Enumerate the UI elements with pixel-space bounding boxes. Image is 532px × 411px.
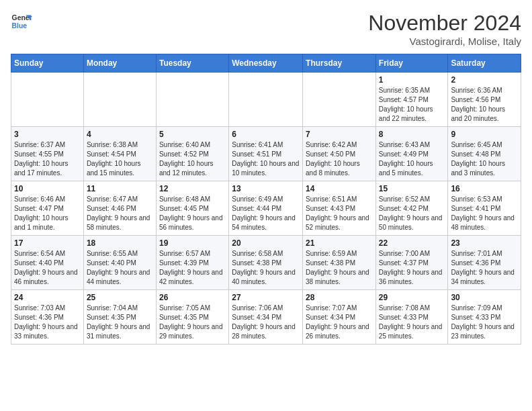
day-info: Sunrise: 7:08 AM Sunset: 4:33 PM Dayligh… [379, 304, 445, 341]
day-info: Sunrise: 6:48 AM Sunset: 4:45 PM Dayligh… [159, 195, 226, 232]
day-info: Sunrise: 6:53 AM Sunset: 4:41 PM Dayligh… [451, 195, 518, 232]
weekday-header-row: SundayMondayTuesdayWednesdayThursdayFrid… [11, 54, 521, 73]
day-number: 25 [87, 293, 153, 302]
day-number: 14 [306, 184, 373, 193]
weekday-thursday: Thursday [303, 54, 376, 73]
day-cell: 25Sunrise: 7:04 AM Sunset: 4:35 PM Dayli… [83, 290, 156, 345]
day-cell: 5Sunrise: 6:40 AM Sunset: 4:52 PM Daylig… [156, 127, 228, 181]
day-cell: 10Sunrise: 6:46 AM Sunset: 4:47 PM Dayli… [11, 181, 84, 236]
day-info: Sunrise: 6:46 AM Sunset: 4:47 PM Dayligh… [14, 195, 81, 232]
day-info: Sunrise: 6:41 AM Sunset: 4:51 PM Dayligh… [232, 140, 300, 178]
day-cell: 13Sunrise: 6:49 AM Sunset: 4:44 PM Dayli… [229, 181, 303, 236]
day-cell: 28Sunrise: 7:07 AM Sunset: 4:34 PM Dayli… [303, 290, 376, 345]
day-number: 13 [232, 184, 300, 193]
day-number: 26 [159, 293, 226, 302]
weekday-tuesday: Tuesday [156, 54, 228, 73]
day-cell: 21Sunrise: 6:59 AM Sunset: 4:38 PM Dayli… [303, 236, 376, 290]
page-header: General Blue November 2024 Vastogirardi,… [11, 11, 521, 47]
day-cell: 7Sunrise: 6:42 AM Sunset: 4:50 PM Daylig… [303, 127, 376, 181]
day-cell: 11Sunrise: 6:47 AM Sunset: 4:46 PM Dayli… [83, 181, 156, 236]
day-cell [11, 73, 84, 127]
day-number: 30 [451, 293, 518, 302]
day-info: Sunrise: 6:59 AM Sunset: 4:38 PM Dayligh… [306, 249, 373, 287]
day-number: 2 [451, 75, 518, 85]
day-info: Sunrise: 7:05 AM Sunset: 4:35 PM Dayligh… [159, 304, 226, 341]
day-number: 19 [159, 238, 226, 248]
logo-icon: General Blue [11, 11, 32, 32]
week-row-4: 17Sunrise: 6:54 AM Sunset: 4:40 PM Dayli… [11, 236, 521, 290]
day-number: 4 [87, 130, 153, 139]
day-cell: 30Sunrise: 7:09 AM Sunset: 4:33 PM Dayli… [448, 290, 521, 345]
title-area: November 2024 Vastogirardi, Molise, Ital… [368, 11, 521, 47]
day-cell: 18Sunrise: 6:55 AM Sunset: 4:40 PM Dayli… [83, 236, 156, 290]
day-info: Sunrise: 6:42 AM Sunset: 4:50 PM Dayligh… [306, 140, 373, 178]
month-title: November 2024 [368, 11, 521, 36]
day-cell [156, 73, 228, 127]
day-number: 27 [232, 293, 300, 302]
day-info: Sunrise: 7:03 AM Sunset: 4:36 PM Dayligh… [14, 304, 81, 341]
day-number: 24 [14, 293, 81, 302]
day-info: Sunrise: 7:00 AM Sunset: 4:37 PM Dayligh… [379, 249, 445, 287]
day-info: Sunrise: 7:04 AM Sunset: 4:35 PM Dayligh… [87, 304, 153, 341]
week-row-2: 3Sunrise: 6:37 AM Sunset: 4:55 PM Daylig… [11, 127, 521, 181]
weekday-friday: Friday [375, 54, 448, 73]
day-number: 22 [379, 238, 445, 248]
week-row-3: 10Sunrise: 6:46 AM Sunset: 4:47 PM Dayli… [11, 181, 521, 236]
day-number: 29 [379, 293, 445, 302]
day-info: Sunrise: 6:55 AM Sunset: 4:40 PM Dayligh… [87, 249, 153, 287]
day-number: 15 [379, 184, 445, 193]
day-cell: 15Sunrise: 6:52 AM Sunset: 4:42 PM Dayli… [375, 181, 448, 236]
day-cell: 6Sunrise: 6:41 AM Sunset: 4:51 PM Daylig… [229, 127, 303, 181]
day-cell: 22Sunrise: 7:00 AM Sunset: 4:37 PM Dayli… [375, 236, 448, 290]
day-info: Sunrise: 7:07 AM Sunset: 4:34 PM Dayligh… [306, 304, 373, 341]
day-info: Sunrise: 6:40 AM Sunset: 4:52 PM Dayligh… [159, 140, 226, 178]
day-number: 8 [379, 130, 445, 139]
day-cell: 8Sunrise: 6:43 AM Sunset: 4:49 PM Daylig… [375, 127, 448, 181]
calendar: SundayMondayTuesdayWednesdayThursdayFrid… [11, 54, 521, 345]
day-info: Sunrise: 7:06 AM Sunset: 4:34 PM Dayligh… [232, 304, 300, 341]
day-cell: 20Sunrise: 6:58 AM Sunset: 4:38 PM Dayli… [229, 236, 303, 290]
day-cell: 3Sunrise: 6:37 AM Sunset: 4:55 PM Daylig… [11, 127, 84, 181]
day-cell: 1Sunrise: 6:35 AM Sunset: 4:57 PM Daylig… [375, 73, 448, 127]
day-info: Sunrise: 6:47 AM Sunset: 4:46 PM Dayligh… [87, 195, 153, 232]
day-number: 21 [306, 238, 373, 248]
weekday-monday: Monday [83, 54, 156, 73]
week-row-1: 1Sunrise: 6:35 AM Sunset: 4:57 PM Daylig… [11, 73, 521, 127]
logo: General Blue [11, 11, 32, 32]
day-cell [229, 73, 303, 127]
location: Vastogirardi, Molise, Italy [368, 36, 521, 47]
svg-text:Blue: Blue [12, 22, 28, 30]
day-cell: 17Sunrise: 6:54 AM Sunset: 4:40 PM Dayli… [11, 236, 84, 290]
day-cell [303, 73, 376, 127]
day-number: 7 [306, 130, 373, 139]
day-info: Sunrise: 6:35 AM Sunset: 4:57 PM Dayligh… [379, 86, 445, 124]
day-number: 16 [451, 184, 518, 193]
day-info: Sunrise: 6:52 AM Sunset: 4:42 PM Dayligh… [379, 195, 445, 232]
day-cell: 24Sunrise: 7:03 AM Sunset: 4:36 PM Dayli… [11, 290, 84, 345]
day-info: Sunrise: 7:01 AM Sunset: 4:36 PM Dayligh… [451, 249, 518, 287]
day-cell: 29Sunrise: 7:08 AM Sunset: 4:33 PM Dayli… [375, 290, 448, 345]
day-info: Sunrise: 6:54 AM Sunset: 4:40 PM Dayligh… [14, 249, 81, 287]
day-number: 18 [87, 238, 153, 248]
day-number: 20 [232, 238, 300, 248]
day-info: Sunrise: 7:09 AM Sunset: 4:33 PM Dayligh… [451, 304, 518, 341]
day-info: Sunrise: 6:37 AM Sunset: 4:55 PM Dayligh… [14, 140, 81, 178]
day-number: 1 [379, 75, 445, 85]
day-number: 10 [14, 184, 81, 193]
day-info: Sunrise: 6:51 AM Sunset: 4:43 PM Dayligh… [306, 195, 373, 232]
day-cell: 16Sunrise: 6:53 AM Sunset: 4:41 PM Dayli… [448, 181, 521, 236]
weekday-wednesday: Wednesday [229, 54, 303, 73]
day-number: 12 [159, 184, 226, 193]
day-cell: 27Sunrise: 7:06 AM Sunset: 4:34 PM Dayli… [229, 290, 303, 345]
day-info: Sunrise: 6:38 AM Sunset: 4:54 PM Dayligh… [87, 140, 153, 178]
day-number: 5 [159, 130, 226, 139]
day-cell [83, 73, 156, 127]
day-info: Sunrise: 6:57 AM Sunset: 4:39 PM Dayligh… [159, 249, 226, 287]
day-number: 3 [14, 130, 81, 139]
day-info: Sunrise: 6:45 AM Sunset: 4:48 PM Dayligh… [451, 140, 518, 178]
day-cell: 4Sunrise: 6:38 AM Sunset: 4:54 PM Daylig… [83, 127, 156, 181]
day-cell: 23Sunrise: 7:01 AM Sunset: 4:36 PM Dayli… [448, 236, 521, 290]
day-number: 28 [306, 293, 373, 302]
week-row-5: 24Sunrise: 7:03 AM Sunset: 4:36 PM Dayli… [11, 290, 521, 345]
day-info: Sunrise: 6:58 AM Sunset: 4:38 PM Dayligh… [232, 249, 300, 287]
